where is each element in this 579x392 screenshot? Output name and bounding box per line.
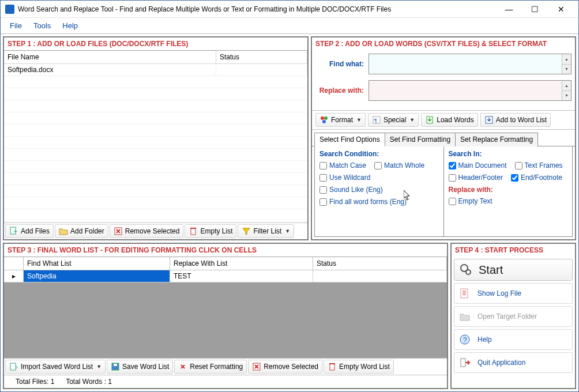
empty-word-icon [328,362,337,371]
svg-rect-4 [190,228,196,229]
filter-list-button[interactable]: Filter List ▼ [238,224,294,238]
chk-end-footnote[interactable]: End/Footnote [511,174,562,182]
minimize-button[interactable]: — [496,1,522,17]
svg-rect-3 [191,228,195,235]
col-find-what[interactable]: Find What List [24,257,170,270]
svg-text:?: ? [463,336,467,344]
remove-selected-button[interactable]: Remove Selected [110,224,184,238]
quit-button[interactable]: Quit Application [454,352,573,373]
tab-find-options[interactable]: Select Find Options [314,133,385,146]
remove-label: Remove Selected [125,227,180,235]
remove-word-button[interactable]: Remove Selected [248,360,322,374]
cell-replace-with[interactable]: TEST [170,270,313,282]
col-replace-with[interactable]: Replace With List [170,257,313,270]
empty-list-button[interactable]: Empty List [185,224,236,238]
svg-rect-20 [461,289,468,298]
chk-match-whole[interactable]: Match Whole [374,161,424,169]
menu-tools[interactable]: Tools [33,21,51,30]
file-table[interactable]: File Name Status Softpedia.docx [4,50,307,223]
replace-spin-down[interactable]: ▼ [562,91,571,101]
col-filename[interactable]: File Name [4,51,216,63]
find-spin-up[interactable]: ▲ [562,54,571,65]
statusbar: Total Files: 1 Total Words : 1 [4,375,447,388]
step1-panel: STEP 1 : ADD OR LOAD FILES (DOC/DOCX/RTF… [3,36,309,240]
table-row[interactable]: ▸ Softpedia TEST [4,270,447,282]
add-folder-label: Add Folder [70,227,104,235]
find-what-label: Find what: [315,60,369,68]
menu-file[interactable]: File [10,21,22,30]
log-icon [459,288,471,299]
close-button[interactable]: ✕ [548,1,574,17]
format-button[interactable]: Format ▼ [315,113,366,127]
empty-word-label: Empty Word List [339,363,390,371]
chevron-down-icon: ▼ [285,228,290,234]
col-status[interactable]: Status [216,51,307,63]
show-log-label: Show Log File [478,289,521,297]
step4-header: STEP 4 : START PROCESS [452,244,575,257]
cell-status [216,64,307,76]
add-folder-button[interactable]: Add Folder [55,224,108,238]
svg-rect-12 [10,363,16,370]
tab-find-formatting[interactable]: Set Find Formatting [385,133,456,146]
col-word-status[interactable]: Status [313,257,447,270]
step2-header: STEP 2 : ADD OR LOAD WORDS (CSV/TXT FILE… [312,37,575,50]
step3-header: STEP 3 : FINAL WORD LIST - FOR EDITING F… [4,244,447,257]
quit-label: Quit Application [478,359,525,367]
empty-label: Empty List [200,227,232,235]
format-icon [319,115,329,125]
table-row[interactable]: Softpedia.docx [4,64,307,76]
chk-wildcard[interactable]: Use Wildcard [319,174,370,182]
reset-formatting-button[interactable]: Reset Formatting [174,360,247,374]
app-icon [5,5,14,14]
replace-spin-up[interactable]: ▲ [562,81,571,91]
grid-filler [4,76,307,223]
step2-panel: STEP 2 : ADD OR LOAD WORDS (CSV/TXT FILE… [311,36,576,240]
save-label: Save Word List [122,363,169,371]
svg-rect-14 [114,364,117,366]
import-wordlist-button[interactable]: Import Saved Word List ▼ [5,360,106,374]
menu-help[interactable]: Help [62,21,78,30]
quit-icon [459,357,471,368]
cell-word-status [313,270,447,282]
cell-filename: Softpedia.docx [4,64,216,76]
remove-word-label: Remove Selected [264,363,318,371]
cell-find-what[interactable]: Softpedia [24,270,170,282]
chk-word-forms[interactable]: Find all word forms (Eng) [319,198,407,206]
add-list-label: Add to Word List [496,116,547,124]
chk-text-frames[interactable]: Text Frames [515,161,563,169]
svg-rect-23 [461,359,465,367]
tab-replace-formatting[interactable]: Set Replace Formatting [455,133,538,146]
load-words-button[interactable]: Load Words [421,113,478,127]
word-table[interactable]: Find What List Replace With List Status … [4,257,447,358]
replace-with-header: Replace with: [449,186,568,194]
chevron-down-icon: ▼ [96,364,101,370]
maximize-button[interactable]: ☐ [522,1,548,17]
grid-empty [4,282,447,358]
col-selector[interactable] [4,257,24,270]
find-what-input[interactable]: ▲▼ [369,54,572,74]
empty-wordlist-button[interactable]: Empty Word List [324,360,394,374]
find-spin-down[interactable]: ▼ [562,65,571,74]
special-button[interactable]: ¶ Special ▼ [368,113,419,127]
step3-panel: STEP 3 : FINAL WORD LIST - FOR EDITING F… [3,243,448,389]
import-label: Import Saved Word List [21,363,93,371]
svg-point-7 [322,120,326,123]
save-wordlist-button[interactable]: Save Word List [107,360,173,374]
chk-header-footer[interactable]: Header/Footer [449,174,503,182]
help-button[interactable]: ? Help [454,329,573,350]
show-log-button[interactable]: Show Log File [454,283,573,304]
save-icon [111,362,120,371]
add-files-button[interactable]: + Add Files [5,224,54,238]
chk-sound-like[interactable]: Sound Like (Eng) [319,186,383,194]
step4-panel: STEP 4 : START PROCESS Start Show Log Fi… [450,243,576,389]
special-icon: ¶ [372,115,381,125]
chk-match-case[interactable]: Match Case [319,161,366,169]
chk-empty-text[interactable]: Empty Text [449,197,492,205]
open-target-button[interactable]: Open Target Folder [454,306,573,327]
start-button[interactable]: Start [454,259,573,281]
replace-with-input[interactable]: ▲▼ [369,80,572,101]
svg-point-6 [324,116,328,120]
chk-main-document[interactable]: Main Document [449,161,507,169]
add-to-wordlist-button[interactable]: Add to Word List [480,113,551,127]
svg-rect-16 [330,364,334,370]
